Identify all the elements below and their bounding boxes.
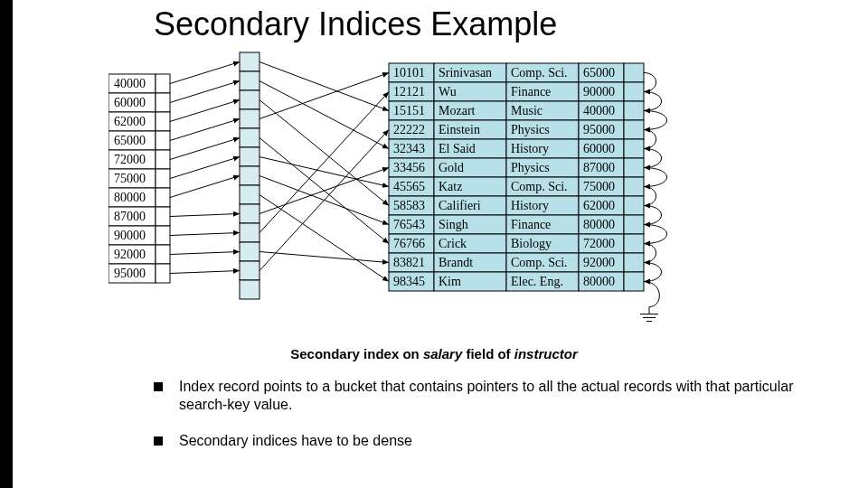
svg-line-157 (170, 119, 240, 141)
svg-text:12121: 12121 (393, 85, 425, 99)
svg-text:Finance: Finance (511, 85, 551, 99)
svg-rect-44 (240, 261, 259, 280)
svg-text:Brandt: Brandt (439, 256, 473, 269)
svg-rect-8 (156, 112, 170, 131)
svg-text:58583: 58583 (393, 199, 425, 212)
svg-text:95000: 95000 (114, 267, 146, 280)
svg-text:45565: 45565 (393, 180, 425, 193)
svg-text:40000: 40000 (583, 104, 615, 117)
svg-text:Kim: Kim (439, 275, 461, 288)
svg-text:Gold: Gold (439, 161, 464, 174)
svg-text:98345: 98345 (393, 275, 425, 288)
svg-text:Srinivasan: Srinivasan (439, 66, 492, 80)
svg-rect-144 (624, 253, 644, 272)
diagram-caption: Secondary index on salary field of instr… (0, 346, 868, 361)
svg-rect-63 (624, 82, 644, 101)
svg-text:10101: 10101 (393, 66, 425, 80)
svg-rect-11 (156, 131, 170, 150)
svg-rect-41 (240, 204, 259, 223)
svg-line-176 (259, 130, 389, 271)
slide-title: Secondary Indices Example (154, 5, 557, 43)
svg-text:92000: 92000 (583, 256, 615, 269)
svg-rect-99 (624, 158, 644, 177)
svg-line-174 (259, 92, 389, 233)
svg-text:Comp. Sci.: Comp. Sci. (511, 256, 568, 269)
svg-rect-5 (156, 93, 170, 112)
svg-rect-34 (240, 71, 259, 90)
svg-rect-35 (240, 90, 259, 109)
svg-text:Katz: Katz (439, 180, 462, 193)
svg-text:15151: 15151 (393, 104, 425, 117)
svg-line-158 (170, 138, 240, 160)
svg-rect-81 (624, 120, 644, 139)
svg-text:40000: 40000 (114, 77, 146, 90)
svg-rect-33 (240, 52, 259, 71)
svg-line-161 (170, 214, 240, 217)
svg-rect-72 (624, 101, 644, 120)
svg-text:Crick: Crick (439, 237, 467, 250)
svg-rect-42 (240, 223, 259, 242)
svg-rect-108 (624, 177, 644, 196)
svg-rect-45 (240, 280, 259, 299)
svg-text:75000: 75000 (114, 172, 146, 185)
svg-rect-23 (156, 207, 170, 226)
svg-line-160 (170, 176, 240, 198)
svg-rect-90 (624, 139, 644, 158)
svg-rect-40 (240, 185, 259, 204)
svg-line-172 (259, 195, 389, 282)
svg-line-175 (259, 252, 389, 263)
svg-line-155 (170, 81, 240, 103)
svg-text:92000: 92000 (114, 248, 146, 261)
svg-text:Comp. Sci.: Comp. Sci. (511, 180, 568, 193)
bullet-1: Index record points to a bucket that con… (179, 378, 805, 414)
svg-text:History: History (511, 142, 549, 155)
svg-rect-135 (624, 234, 644, 253)
svg-text:Singh: Singh (439, 218, 468, 231)
svg-line-154 (170, 62, 240, 84)
svg-rect-37 (240, 128, 259, 147)
svg-rect-26 (156, 226, 170, 245)
svg-text:El Said: El Said (439, 142, 476, 155)
svg-text:History: History (511, 199, 549, 212)
svg-rect-17 (156, 169, 170, 188)
svg-text:Physics: Physics (511, 161, 550, 174)
svg-text:65000: 65000 (114, 134, 146, 147)
svg-rect-38 (240, 147, 259, 166)
svg-text:Finance: Finance (511, 218, 551, 231)
svg-line-164 (170, 271, 240, 274)
svg-text:62000: 62000 (114, 115, 146, 128)
svg-line-165 (259, 62, 389, 111)
svg-text:90000: 90000 (583, 85, 615, 99)
svg-rect-2 (156, 74, 170, 93)
svg-rect-14 (156, 150, 170, 169)
svg-rect-117 (624, 196, 644, 215)
svg-text:72000: 72000 (583, 237, 615, 250)
svg-text:76766: 76766 (393, 237, 425, 250)
svg-rect-39 (240, 166, 259, 185)
svg-text:87000: 87000 (583, 161, 615, 174)
svg-rect-32 (156, 264, 170, 283)
svg-text:Mozart: Mozart (439, 104, 476, 117)
svg-line-159 (170, 157, 240, 179)
svg-line-166 (259, 81, 389, 149)
svg-text:60000: 60000 (114, 96, 146, 109)
svg-text:33456: 33456 (393, 161, 425, 174)
svg-rect-153 (624, 272, 644, 291)
svg-text:65000: 65000 (583, 66, 615, 80)
svg-text:Physics: Physics (511, 123, 550, 136)
svg-line-162 (170, 233, 240, 236)
svg-text:60000: 60000 (583, 142, 615, 155)
svg-rect-20 (156, 188, 170, 207)
secondary-index-diagram: 4000060000620006500072000750008000087000… (108, 47, 760, 345)
svg-rect-43 (240, 242, 259, 261)
svg-text:95000: 95000 (583, 123, 615, 136)
svg-text:Comp. Sci.: Comp. Sci. (511, 66, 568, 80)
svg-text:62000: 62000 (583, 199, 615, 212)
svg-text:Music: Music (511, 104, 542, 117)
svg-text:Wu: Wu (439, 85, 457, 99)
svg-text:80000: 80000 (114, 191, 146, 204)
svg-line-170 (259, 157, 389, 187)
svg-line-168 (259, 73, 389, 119)
svg-text:75000: 75000 (583, 180, 615, 193)
svg-text:87000: 87000 (114, 210, 146, 223)
